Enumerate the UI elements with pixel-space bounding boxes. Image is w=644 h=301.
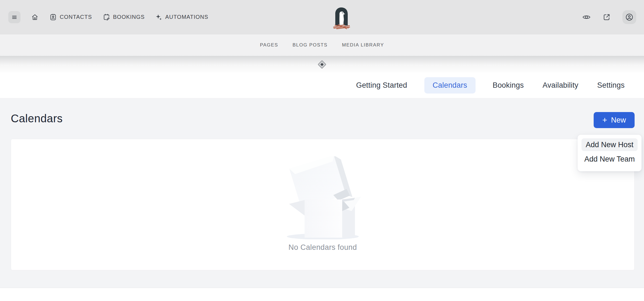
topbar-right <box>582 10 636 24</box>
nav-automations[interactable]: AUTOMATIONS <box>155 14 208 21</box>
subnav-media-library[interactable]: MEDIA LIBRARY <box>342 42 384 48</box>
account-button[interactable] <box>622 10 636 24</box>
booking-tabs: Getting Started Calendars Bookings Avail… <box>0 72 644 98</box>
dropdown-add-new-team[interactable]: Add New Team <box>581 153 638 165</box>
empty-box-illustration <box>284 156 362 240</box>
dropdown-add-new-host[interactable]: Add New Host <box>581 138 638 151</box>
page-footer <box>0 288 644 301</box>
tab-bookings[interactable]: Bookings <box>491 77 526 94</box>
tab-settings[interactable]: Settings <box>596 77 626 94</box>
widget-strip <box>0 56 644 72</box>
empty-state-text: No Calendars found <box>289 243 357 252</box>
tab-getting-started[interactable]: Getting Started <box>354 77 409 94</box>
preview-button[interactable] <box>582 13 591 22</box>
subnav-pages[interactable]: PAGES <box>260 42 278 48</box>
home-icon <box>31 13 39 21</box>
topbar-left-nav: CONTACTS BOOKINGS <box>8 11 208 23</box>
subnav-blog-posts[interactable]: BLOG POSTS <box>293 42 328 48</box>
page: CONTACTS BOOKINGS <box>0 0 644 301</box>
nav-automations-label: AUTOMATIONS <box>165 14 208 20</box>
new-calendar-button[interactable]: + New <box>594 112 635 128</box>
topbar: CONTACTS BOOKINGS <box>0 0 644 34</box>
hamburger-icon <box>11 14 18 20</box>
diamond-anchor-dot <box>320 63 323 66</box>
tab-availability[interactable]: Availability <box>541 77 580 94</box>
menu-button[interactable] <box>8 11 20 23</box>
diamond-anchor-handle[interactable] <box>318 60 326 69</box>
nav-bookings-label: BOOKINGS <box>113 14 145 20</box>
plus-icon: + <box>602 116 607 124</box>
contact-book-icon <box>49 13 57 21</box>
page-title: Calendars <box>11 112 63 125</box>
new-button-label: New <box>611 116 626 124</box>
account-icon <box>625 13 634 22</box>
nav-bookings[interactable]: BOOKINGS <box>103 13 145 21</box>
calendars-empty-card: No Calendars found <box>11 139 635 270</box>
eye-preview-icon <box>582 13 591 22</box>
nav-contacts[interactable]: CONTACTS <box>49 13 92 21</box>
site-subnav: PAGES BLOG POSTS MEDIA LIBRARY <box>0 34 644 56</box>
tab-calendars[interactable]: Calendars <box>424 77 476 94</box>
calendar-edit-icon <box>103 13 110 21</box>
home-button[interactable] <box>31 13 39 21</box>
open-external-button[interactable] <box>603 13 611 21</box>
sparkles-icon <box>155 14 162 21</box>
new-calendar-dropdown: Add New Host Add New Team <box>578 135 642 171</box>
nav-contacts-label: CONTACTS <box>60 14 92 20</box>
app-logo <box>333 6 350 29</box>
open-external-icon <box>603 13 611 21</box>
